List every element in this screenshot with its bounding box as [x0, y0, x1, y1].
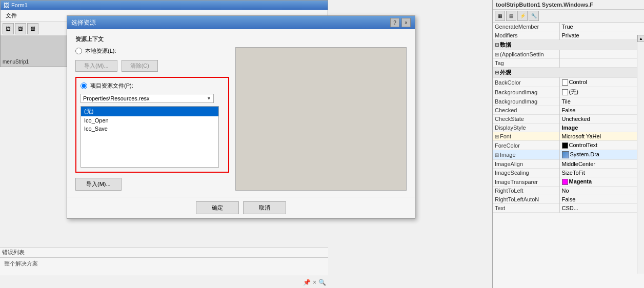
props-value-modifiers[interactable]: Private: [559, 31, 644, 40]
props-name-imagescaling: ImageScaling: [493, 169, 559, 177]
props-toolbar: ▦ ▤ ⚡ 🔧: [493, 10, 644, 23]
form1-titlebar: 🖼 Form1: [1, 1, 328, 10]
props-name-righttoleft: RightToLeft: [493, 187, 559, 195]
toolbar-btn-2[interactable]: 🖼: [15, 23, 26, 34]
props-row-font: ⊞Font Microsoft YaHei: [493, 132, 644, 141]
magenta-swatch: [562, 179, 568, 185]
select-resource-dialog: 选择资源 ? × 资源上下文 本地资源(L): 导入(M)...: [67, 15, 415, 219]
close-bottom-icon[interactable]: ×: [313, 279, 316, 286]
props-btn-grid[interactable]: ▦: [495, 11, 505, 21]
props-value-imagealign[interactable]: MiddleCenter: [559, 160, 644, 169]
resource-dropdown[interactable]: Properties\Resources.resx ▼: [80, 94, 214, 103]
form1-icon: 🖼: [4, 2, 9, 8]
toolbar-btn-1[interactable]: 🖼: [3, 23, 14, 34]
radio-local[interactable]: 本地资源(L):: [75, 47, 229, 55]
props-row-forecolor: ForeColor ControlText: [493, 141, 644, 150]
props-row-appsettin: ⊞(ApplicationSettin: [493, 50, 644, 59]
ok-btn[interactable]: 确定: [196, 201, 239, 214]
cancel-btn[interactable]: 取消: [243, 201, 286, 214]
toolbar-btn-3[interactable]: 🖼: [27, 23, 38, 34]
props-value-backcolor[interactable]: Control: [559, 78, 644, 87]
props-name-checked: Checked: [493, 106, 559, 115]
import-btn-2[interactable]: 导入(M)...: [75, 178, 122, 191]
props-row-bgimagelayout: BackgroundImag Tile: [493, 97, 644, 106]
dialog-close-btn[interactable]: ×: [401, 18, 411, 27]
props-name-generatemember: GenerateMember: [493, 23, 559, 31]
props-section-data-label: ⊟数据: [493, 40, 644, 50]
props-title: toolStripButton1 System.Windows.F: [493, 0, 644, 10]
radio-local-label: 本地资源(L):: [85, 47, 116, 55]
props-value-displaystyle[interactable]: Image: [559, 124, 644, 132]
list-item-1[interactable]: Ico_Open: [81, 116, 218, 125]
props-row-righttoleft: RightToLeft No: [493, 187, 644, 195]
props-scrollbar: ▲: [637, 35, 644, 274]
bottom-panel: 错误列表 整个解决方案 📌 × 🔍: [0, 247, 328, 288]
radio-project-label: 项目资源文件(P):: [90, 82, 133, 90]
clear-btn[interactable]: 清除(C): [122, 60, 158, 72]
props-value-checkstate[interactable]: Unchecked: [559, 115, 644, 124]
props-name-displaystyle: DisplayStyle: [493, 124, 559, 132]
props-value-imagetransparer[interactable]: Magenta: [559, 177, 644, 187]
radio-group: 本地资源(L):: [75, 47, 229, 55]
props-btn-settings[interactable]: 🔧: [529, 11, 539, 21]
props-value-generatemember[interactable]: True: [559, 23, 644, 31]
props-name-bgimage: BackgroundImag: [493, 87, 559, 97]
props-value-forecolor[interactable]: ControlText: [559, 141, 644, 150]
dropdown-arrow-icon: ▼: [207, 96, 211, 101]
props-name-appsettin: ⊞(ApplicationSettin: [493, 50, 559, 59]
radio-local-input[interactable]: [75, 48, 82, 54]
props-row-generatemember: GenerateMember True: [493, 23, 644, 31]
bgimage-swatch: [562, 89, 568, 95]
menu-file[interactable]: 文件: [3, 11, 20, 20]
solution-label: 整个解决方案: [4, 260, 38, 266]
bottom-tab-error[interactable]: 错误列表: [2, 249, 25, 256]
props-value-appsettin[interactable]: [559, 50, 644, 59]
search-icon[interactable]: 🔍: [318, 279, 326, 286]
resource-listbox[interactable]: (无) Ico_Open Ico_Save: [80, 106, 219, 168]
props-value-tag[interactable]: [559, 59, 644, 68]
props-value-bgimagelayout[interactable]: Tile: [559, 97, 644, 106]
dialog-preview: [235, 47, 407, 191]
props-btn-events[interactable]: ⚡: [517, 11, 528, 21]
props-name-modifiers: Modifiers: [493, 31, 559, 40]
props-btn-list[interactable]: ▤: [506, 11, 516, 21]
expand-appearance-icon[interactable]: ⊟: [495, 70, 499, 75]
properties-panel: toolStripButton1 System.Windows.F ▦ ▤ ⚡ …: [492, 0, 644, 288]
props-row-tag: Tag: [493, 59, 644, 68]
props-value-font[interactable]: Microsoft YaHei: [559, 132, 644, 141]
radio-project-input[interactable]: [80, 83, 87, 89]
props-value-righttoleft[interactable]: No: [559, 187, 644, 195]
expand-appsettin-icon[interactable]: ⊞: [495, 52, 499, 57]
expand-font-icon[interactable]: ⊞: [495, 134, 499, 139]
props-row-text: Text CSD...: [493, 204, 644, 213]
props-name-font: ⊞Font: [493, 132, 559, 141]
radio-btn-row: 导入(M)... 清除(C): [75, 60, 229, 72]
dialog-help-btn[interactable]: ?: [390, 18, 399, 27]
props-row-righttoleftauto: RightToLeftAutoN False: [493, 195, 644, 204]
props-name-backcolor: BackColor: [493, 78, 559, 87]
props-value-righttoleftauto[interactable]: False: [559, 195, 644, 204]
props-value-bgimage[interactable]: (无): [559, 87, 644, 97]
dialog-title: 选择资源: [71, 18, 96, 27]
bottom-toolbar: 错误列表: [0, 248, 328, 258]
radio-project[interactable]: 项目资源文件(P):: [80, 82, 224, 90]
props-name-forecolor: ForeColor: [493, 141, 559, 150]
props-value-text[interactable]: CSD...: [559, 204, 644, 213]
props-row-checkstate: CheckState Unchecked: [493, 115, 644, 124]
props-value-image[interactable]: System.Dra: [559, 150, 644, 160]
props-row-imagealign: ImageAlign MiddleCenter: [493, 160, 644, 169]
dialog-main-layout: 本地资源(L): 导入(M)... 清除(C) 项目资源文件(P):: [75, 47, 407, 191]
expand-data-icon[interactable]: ⊟: [495, 42, 499, 48]
list-item-0[interactable]: (无): [81, 107, 218, 116]
expand-image-icon[interactable]: ⊞: [495, 152, 499, 158]
props-section-appearance-label: ⊟外观: [493, 68, 644, 78]
props-value-checked[interactable]: False: [559, 106, 644, 115]
props-name-tag: Tag: [493, 59, 559, 68]
bottom-content: 整个解决方案: [0, 258, 328, 270]
props-scroll-up-btn[interactable]: ▲: [637, 35, 644, 42]
import-btn-1[interactable]: 导入(M)...: [75, 60, 117, 72]
props-value-imagescaling[interactable]: SizeToFit: [559, 169, 644, 177]
project-resource-section: 项目资源文件(P): Properties\Resources.resx ▼ (…: [75, 77, 229, 173]
list-item-2[interactable]: Ico_Save: [81, 125, 218, 133]
props-row-backcolor: BackColor Control: [493, 78, 644, 87]
